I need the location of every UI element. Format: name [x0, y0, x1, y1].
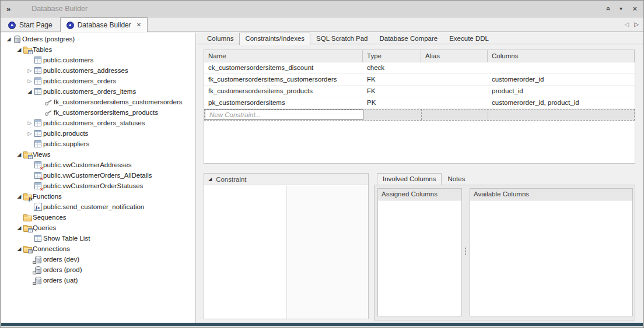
tree-item-public-vwcustomeraddresses[interactable]: public.vwCustomerAddresses: [1, 160, 195, 170]
tree-item-public-products[interactable]: ▷ public.products: [1, 128, 195, 139]
tab-start-page[interactable]: Start Page: [2, 18, 59, 31]
new-constraint-type-cell[interactable]: [363, 110, 422, 120]
constraint-properties-values[interactable]: [286, 186, 369, 319]
tree-item-orders-prod[interactable]: orders (prod): [1, 264, 195, 275]
constraint-name-cell[interactable]: fk_customersordersitems_customersorders: [204, 74, 363, 85]
tree-item-public-customers-orders-statuses[interactable]: ▷ public.customers_orders_statuses: [1, 118, 195, 128]
constraint-alias-cell[interactable]: [421, 74, 488, 85]
constraint-columns-cell[interactable]: [488, 62, 635, 73]
dropdown-arrow-icon[interactable]: ▾: [620, 6, 622, 12]
tab-database-compare[interactable]: Database Compare: [373, 33, 443, 44]
tab-columns[interactable]: Columns: [201, 33, 239, 44]
constraint-row[interactable]: fk_customersordersitems_customersorders …: [204, 74, 635, 86]
splitter-grip[interactable]: [463, 246, 468, 260]
constraint-type-cell[interactable]: FK: [363, 86, 421, 97]
tab-notes[interactable]: Notes: [442, 173, 471, 185]
new-constraint-input[interactable]: New Constraint...: [205, 110, 363, 120]
constraint-name-cell[interactable]: ck_customersordersitems_discount: [204, 62, 363, 73]
tree-item-show-table-list[interactable]: Show Table List: [1, 233, 195, 244]
collapse-arrow-icon[interactable]: ▷: [26, 118, 34, 128]
constraint-name-cell[interactable]: pk_customersordersitems: [204, 97, 363, 108]
tree-item-public-vwcustomerorderstatuses[interactable]: public.vwCustomerOrderStatuses: [1, 181, 195, 191]
column-header-name[interactable]: Name: [204, 50, 363, 62]
constraint-panel-header[interactable]: ◢ Constraint: [204, 174, 368, 185]
column-header-alias[interactable]: Alias: [421, 50, 488, 62]
expand-arrow-icon[interactable]: ◢: [15, 44, 23, 55]
tab-constraints-indexes[interactable]: Constraints/Indexes: [239, 33, 310, 45]
tree-item-views[interactable]: ◢ Views: [1, 149, 195, 160]
tree-item-queries[interactable]: ◢ Queries: [1, 223, 195, 233]
constraint-row[interactable]: pk_customersordersitems PK customerorder…: [204, 97, 635, 109]
detail-panel: Columns Constraints/Indexes SQL Scratch …: [197, 33, 643, 323]
tree-item-label: Views: [33, 151, 50, 158]
close-icon[interactable]: ✕: [632, 6, 638, 12]
tree-item-orders-uat[interactable]: orders (uat): [1, 275, 195, 285]
detail-tab-strip: Columns Constraints/Indexes SQL Scratch …: [197, 33, 643, 44]
column-header-columns[interactable]: Columns: [488, 50, 635, 62]
expand-arrow-icon[interactable]: ◢: [15, 149, 23, 160]
constraint-type-cell[interactable]: FK: [363, 74, 421, 85]
expand-arrow-icon[interactable]: ◢: [15, 191, 23, 202]
available-columns-box: Available Columns: [470, 188, 633, 316]
collapse-arrow-icon[interactable]: ▷: [26, 76, 34, 86]
tree-item-fk-customersordersitems-customersorders[interactable]: fk_customersordersitems_customersorders: [1, 97, 195, 107]
tab-involved-columns[interactable]: Involved Columns: [377, 173, 442, 185]
tree-item-public-customers-orders[interactable]: ▷ public.customers_orders: [1, 76, 195, 86]
nav-back-icon[interactable]: ◁: [625, 21, 629, 27]
tree-item-label: Functions: [33, 193, 62, 200]
tree-item-tables[interactable]: ◢ Tables: [1, 44, 195, 55]
constraint-type-cell[interactable]: PK: [363, 97, 421, 108]
tree-item-public-customers[interactable]: public.customers: [1, 55, 195, 65]
tab-execute-ddl[interactable]: Execute DDL: [443, 33, 495, 44]
tree-item-public-customers-addresses[interactable]: ▷ public.customers_addresses: [1, 65, 195, 76]
table-icon: [34, 77, 42, 85]
tab-close-icon[interactable]: ✕: [136, 22, 141, 28]
constraint-row[interactable]: ck_customersordersitems_discount check: [204, 62, 635, 74]
constraint-row[interactable]: fk_customersordersitems_products FK prod…: [204, 86, 635, 97]
constraint-columns-cell[interactable]: product_id: [488, 86, 635, 97]
collapse-arrow-icon[interactable]: ▷: [26, 128, 34, 139]
nav-forward-icon[interactable]: ▷: [634, 21, 639, 27]
constraint-type-cell[interactable]: check: [363, 62, 421, 73]
tree-item-label: public.customers_addresses: [43, 67, 128, 74]
constraint-alias-cell[interactable]: [421, 86, 488, 97]
constraint-alias-cell[interactable]: [421, 62, 488, 73]
tables-folder-icon: [23, 45, 32, 54]
tab-sql-scratch-pad[interactable]: SQL Scratch Pad: [310, 33, 373, 44]
expand-arrow-icon[interactable]: ◢: [15, 244, 23, 254]
new-constraint-alias-cell[interactable]: [422, 110, 488, 120]
tree-item-public-customers-orders-items[interactable]: ◢ public.customers_orders_items: [1, 86, 195, 97]
assigned-columns-list[interactable]: [378, 200, 461, 316]
tree-item-public-suppliers[interactable]: public.suppliers: [1, 139, 195, 149]
tree-item-fk-customersordersitems-products[interactable]: fk_customersordersitems_products: [1, 107, 195, 118]
constraint-columns-cell[interactable]: customerorder_id: [488, 74, 635, 85]
collapse-panel-icon[interactable]: »: [604, 7, 611, 11]
function-icon: [34, 203, 42, 211]
tab-database-builder[interactable]: Database Builder ✕: [60, 17, 148, 32]
expand-arrow-icon[interactable]: ◢: [5, 34, 13, 44]
constraint-columns-cell[interactable]: customerorder_id, product_id: [488, 97, 635, 108]
tree-detail-splitter[interactable]: [195, 33, 196, 323]
collapse-section-icon[interactable]: ◢: [208, 177, 212, 182]
expand-arrow-icon[interactable]: ◢: [26, 86, 34, 97]
new-constraint-columns-cell[interactable]: [488, 110, 634, 120]
new-constraint-row[interactable]: New Constraint...: [204, 109, 635, 121]
table-list-icon: [34, 234, 42, 242]
tree-item-public-send-customer-notification[interactable]: public.send_customer_notification: [1, 202, 195, 212]
constraint-alias-cell[interactable]: [421, 97, 488, 108]
expand-arrow-icon[interactable]: ◢: [15, 223, 23, 233]
panel-menu-icon[interactable]: »: [6, 5, 10, 13]
tree-item-public-vwcustomerorders-alldetails[interactable]: public.vwCustomerOrders_AllDetails: [1, 170, 195, 181]
collapse-arrow-icon[interactable]: ▷: [26, 65, 34, 76]
tree-item-connections[interactable]: ◢ Connections: [1, 244, 195, 254]
column-header-type[interactable]: Type: [363, 50, 421, 62]
tree-item-functions[interactable]: ◢ Functions: [1, 191, 195, 202]
constraint-properties-body[interactable]: [204, 186, 368, 319]
tree-item-label: Queries: [33, 224, 56, 231]
available-columns-list[interactable]: [470, 200, 632, 316]
constraint-name-cell[interactable]: fk_customersordersitems_products: [204, 86, 363, 97]
database-builder-window: » Database Builder » ▾ ✕ Start Page Data…: [0, 0, 644, 328]
tree-item-orders-postgres[interactable]: ◢ Orders (postgres): [1, 34, 195, 44]
tree-item-orders-dev[interactable]: orders (dev): [1, 254, 195, 264]
tree-item-sequences[interactable]: Sequences: [1, 212, 195, 223]
